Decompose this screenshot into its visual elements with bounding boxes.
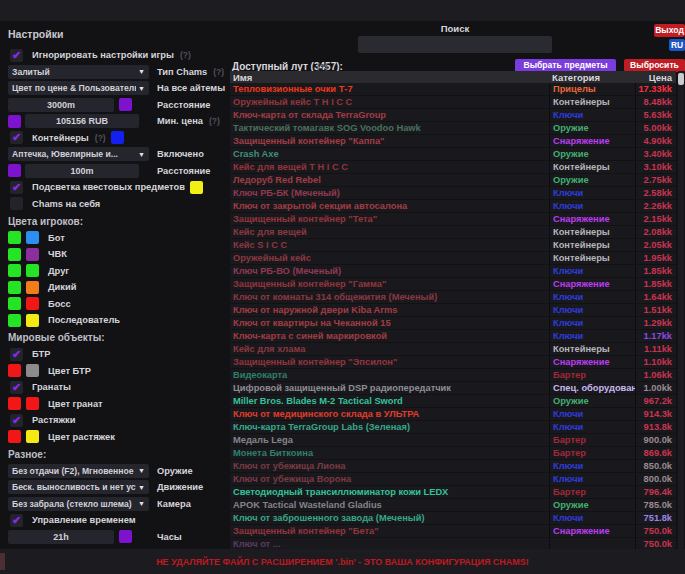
- table-row[interactable]: Светодиодный трансиллюминатор кожи LEDXБ…: [230, 486, 676, 498]
- loot-distance-input[interactable]: 3000m: [8, 98, 114, 112]
- table-row[interactable]: Защищенный контейнер "Тета"Снаряжение2.1…: [230, 213, 676, 225]
- color-swatch[interactable]: [8, 264, 21, 277]
- table-scrollbar[interactable]: [678, 71, 684, 549]
- color-swatch[interactable]: [8, 364, 21, 377]
- table-row[interactable]: Защищенный контейнер "Эпсилон"Снаряжение…: [230, 356, 676, 368]
- search-input[interactable]: [358, 36, 552, 53]
- table-row[interactable]: Защищенный контейнер "Гамма"Снаряжение1.…: [230, 278, 676, 290]
- item-price: 900.0k: [635, 434, 676, 446]
- table-row[interactable]: Ключ от убежища ВоронаКлючи800.0k: [230, 473, 676, 485]
- sidebar-row-color-pmc: ЧВК: [8, 247, 226, 261]
- color-swatch[interactable]: [26, 430, 39, 443]
- movement-mods-dropdown[interactable]: Беск. выносливость и нет уста▼: [8, 480, 149, 494]
- tripwires-checkbox[interactable]: ✔: [10, 414, 23, 427]
- color-follower-label: Последователь: [48, 315, 120, 325]
- table-row[interactable]: Ледоруб Red RebelОружие2.75kk: [230, 174, 676, 186]
- table-row[interactable]: Монета БиткоинаБартер869.6k: [230, 447, 676, 459]
- table-row[interactable]: Ключ от комнаты 314 общежития (Меченый)К…: [230, 291, 676, 303]
- sidebar-row-min-price: 105156 RUBМин. цена(?): [8, 114, 226, 128]
- table-row[interactable]: Ключ от убежища ЛионаКлючи850.0k: [230, 460, 676, 472]
- table-row[interactable]: Ключ от медицинского склада в УЛЬТРАКлюч…: [230, 408, 676, 420]
- weapon-mods-dropdown[interactable]: Без отдачи (F2), Мгновенное п▼: [8, 464, 149, 478]
- ignore-game-settings-checkbox[interactable]: ✔: [10, 49, 23, 62]
- table-row[interactable]: Кейс S I C CКонтейнеры2.05kk: [230, 239, 676, 251]
- item-price: 2.15kk: [635, 213, 676, 225]
- table-row[interactable]: Защищенный контейнер "Каппа"Снаряжение4.…: [230, 135, 676, 147]
- color-swatch[interactable]: [26, 248, 39, 261]
- table-row[interactable]: Кейс для вещей T H I C CКонтейнеры3.10kk: [230, 161, 676, 173]
- table-row[interactable]: Защищенный контейнер "Бета"Снаряжение750…: [230, 525, 676, 537]
- table-row[interactable]: Оружейный кейс T H I C CКонтейнеры8.48kk: [230, 96, 676, 108]
- color-swatch[interactable]: [8, 248, 21, 261]
- item-category: Снаряжение: [549, 135, 635, 147]
- table-row[interactable]: Кейс для вещейКонтейнеры2.08kk: [230, 226, 676, 238]
- table-row[interactable]: APOK Tactical Wasteland GladiusОружие785…: [230, 499, 676, 511]
- help-icon: (?): [209, 116, 220, 126]
- time-control-checkbox[interactable]: ✔: [10, 514, 23, 527]
- color-swatch[interactable]: [8, 231, 21, 244]
- color-swatch[interactable]: [26, 364, 39, 377]
- table-row[interactable]: Медаль LegaБартер900.0k: [230, 434, 676, 446]
- table-row[interactable]: Ключ от закрытой секции автосалонаКлючи2…: [230, 200, 676, 212]
- color-swatch[interactable]: [26, 231, 39, 244]
- color-swatch[interactable]: [8, 297, 21, 310]
- table-row[interactable]: Кейс для хламаКонтейнеры1.11kk: [230, 343, 676, 355]
- column-header-price[interactable]: Цена: [635, 72, 676, 83]
- table-row[interactable]: Ключ-карта с синей маркировкойКлючи1.17k…: [230, 330, 676, 342]
- color-swatch[interactable]: [119, 98, 132, 111]
- table-row[interactable]: Crash AxeОружие3.40kk: [230, 148, 676, 160]
- enabled-filter-dropdown[interactable]: Аптечка, Ювелирные и...▼: [8, 147, 149, 161]
- table-row[interactable]: Цифровой защищенный DSP радиопередатчикС…: [230, 382, 676, 394]
- sidebar-row-all-items-color: Цвет по цене & Пользователь▼На все айтем…: [8, 81, 226, 95]
- color-swatch[interactable]: [26, 314, 39, 327]
- color-swatch[interactable]: [8, 397, 21, 410]
- color-swatch[interactable]: [8, 430, 21, 443]
- section-header: Разное:: [8, 449, 226, 460]
- color-swatch[interactable]: [8, 164, 21, 177]
- quest-highlight-checkbox[interactable]: ✔: [10, 181, 23, 194]
- camera-mods-label: Камера: [157, 499, 191, 509]
- color-swatch[interactable]: [8, 314, 21, 327]
- time-hours-input[interactable]: 21h: [8, 530, 114, 544]
- column-header-name[interactable]: Имя: [230, 72, 549, 83]
- container-distance-input[interactable]: 100m: [25, 164, 139, 178]
- color-swatch[interactable]: [26, 397, 39, 410]
- item-name: Монета Биткоина: [230, 448, 549, 458]
- containers-checkbox[interactable]: ✔: [10, 131, 23, 144]
- color-swatch[interactable]: [26, 297, 39, 310]
- table-row[interactable]: Оружейный кейсКонтейнеры1.95kk: [230, 252, 676, 264]
- color-swatch[interactable]: [26, 281, 39, 294]
- camera-mods-dropdown[interactable]: Без забрала (стекло шлема)▼: [8, 497, 149, 511]
- scrollbar-thumb[interactable]: [678, 73, 684, 85]
- table-row[interactable]: ВидеокартаБартер1.06kk: [230, 369, 676, 381]
- grenades-checkbox[interactable]: ✔: [10, 381, 23, 394]
- table-row[interactable]: Ключ от наружной двери Kiba ArmsКлючи1.5…: [230, 304, 676, 316]
- color-swatch[interactable]: [190, 181, 203, 194]
- table-row[interactable]: Ключ от заброшенного завода (Меченый)Клю…: [230, 512, 676, 524]
- table-row[interactable]: Тактический томагавк SOG Voodoo HawkОруж…: [230, 122, 676, 134]
- table-row[interactable]: Ключ РБ-БК (Меченый)Ключи2.58kk: [230, 187, 676, 199]
- color-swatch[interactable]: [8, 281, 21, 294]
- exit-button[interactable]: Выход: [654, 24, 685, 37]
- color-swatch[interactable]: [111, 131, 124, 144]
- btr-checkbox[interactable]: ✔: [10, 348, 23, 361]
- chams-self-checkbox[interactable]: [10, 197, 23, 210]
- color-bot-label: Бот: [48, 233, 65, 243]
- color-swatch[interactable]: [26, 264, 39, 277]
- item-name: Ключ от медицинского склада в УЛЬТРА: [230, 409, 549, 419]
- table-row[interactable]: Ключ РБ-ВО (Меченый)Ключи1.85kk: [230, 265, 676, 277]
- column-header-category[interactable]: Категория: [549, 72, 635, 83]
- table-row[interactable]: Ключ от квартиры на Чеканной 15Ключи1.29…: [230, 317, 676, 329]
- table-row[interactable]: Тепловизионные очки Т-7Прицелы17.33kk: [230, 83, 676, 95]
- color-swatch[interactable]: [8, 115, 21, 128]
- chams-type-dropdown[interactable]: Залитый▼: [8, 65, 149, 79]
- item-price: 1.64kk: [635, 291, 676, 303]
- color-swatch[interactable]: [119, 530, 132, 543]
- language-button[interactable]: RU: [669, 39, 685, 51]
- table-row[interactable]: Ключ от ...750.0k: [230, 538, 676, 549]
- all-items-color-dropdown[interactable]: Цвет по цене & Пользователь▼: [8, 81, 149, 95]
- table-row[interactable]: Ключ-карта от склада TerraGroupКлючи5.63…: [230, 109, 676, 121]
- min-price-input[interactable]: 105156 RUB: [25, 114, 139, 128]
- table-row[interactable]: Ключ-карта TerraGroup Labs (Зеленая)Ключ…: [230, 421, 676, 433]
- table-row[interactable]: Miller Bros. Blades M-2 Tactical SwordОр…: [230, 395, 676, 407]
